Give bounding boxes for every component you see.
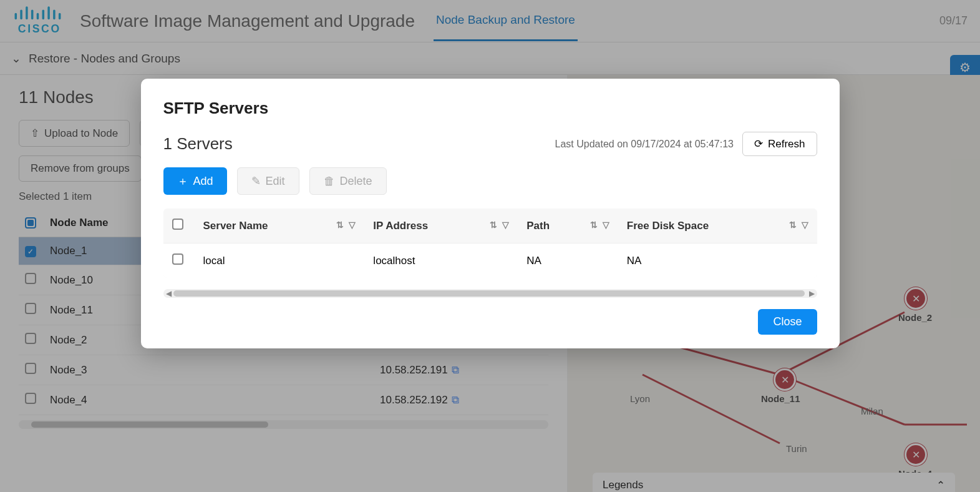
scroll-right-icon[interactable]: ▶ [809,289,815,298]
modal-horizontal-scrollbar[interactable]: ◀ ▶ [163,289,817,298]
refresh-icon: ⟳ [754,137,763,150]
edit-button: ✎ Edit [237,167,299,195]
filter-icon[interactable]: ▽ [802,220,808,230]
ip-address-cell: localhost [364,244,518,278]
col-path[interactable]: Path ⇅▽ [518,209,618,244]
trash-icon: 🗑 [324,175,335,188]
modal-title: SFTP Servers [163,99,817,118]
sftp-servers-modal: SFTP Servers 1 Servers Last Updated on 0… [141,79,840,348]
server-count: 1 Servers [163,134,233,154]
add-button[interactable]: ＋ Add [163,167,227,195]
close-button[interactable]: Close [758,309,817,335]
col-server-name[interactable]: Server Name ⇅▽ [195,209,365,244]
col-free-disk[interactable]: Free Disk Space ⇅▽ [618,209,817,244]
modal-overlay: SFTP Servers 1 Servers Last Updated on 0… [0,0,980,492]
refresh-label: Refresh [768,138,805,150]
select-all-checkbox[interactable] [172,219,183,230]
refresh-button[interactable]: ⟳ Refresh [742,132,817,156]
sort-icon[interactable]: ⇅ [336,220,344,230]
edit-label: Edit [266,175,285,188]
last-updated-text: Last Updated on 09/17/2024 at 05:47:13 [555,139,734,150]
path-cell: NA [518,244,618,278]
sort-icon[interactable]: ⇅ [490,220,497,230]
filter-icon[interactable]: ▽ [603,220,609,230]
sftp-table: Server Name ⇅▽ IP Address ⇅▽ Path ⇅▽ Fre… [163,209,817,278]
col-ip-address[interactable]: IP Address ⇅▽ [364,209,518,244]
edit-icon: ✎ [251,174,261,188]
plus-icon: ＋ [177,174,188,189]
delete-button: 🗑 Delete [309,167,387,195]
sort-icon[interactable]: ⇅ [789,220,797,230]
add-label: Add [193,175,213,188]
delete-label: Delete [340,175,372,188]
scroll-left-icon[interactable]: ◀ [166,289,172,298]
sort-icon[interactable]: ⇅ [590,220,598,230]
row-checkbox[interactable] [172,253,183,265]
free-disk-cell: NA [618,244,817,278]
table-row[interactable]: local localhost NA NA [163,244,817,278]
server-name-cell: local [195,244,365,278]
filter-icon[interactable]: ▽ [349,220,356,230]
filter-icon[interactable]: ▽ [502,220,509,230]
